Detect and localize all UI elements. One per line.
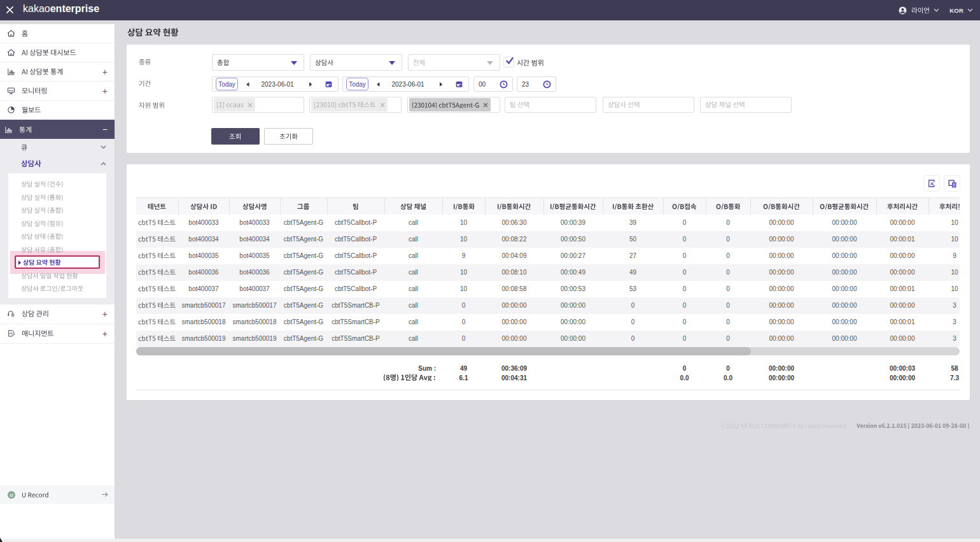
svg-text:U: U: [10, 492, 13, 498]
